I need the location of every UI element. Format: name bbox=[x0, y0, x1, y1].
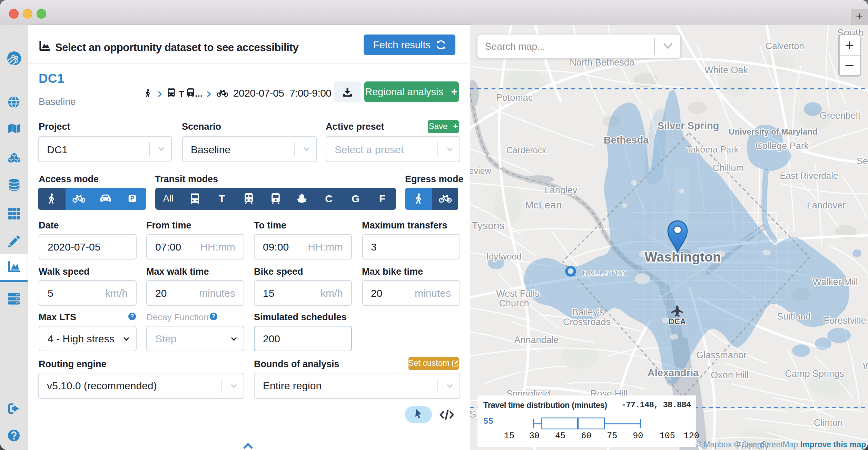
svg-text:Forestville: Forestville bbox=[823, 315, 866, 326]
svg-text:Oxon Hill: Oxon Hill bbox=[710, 370, 748, 380]
svg-text:Suitland: Suitland bbox=[777, 311, 810, 322]
svg-text:Church: Church bbox=[499, 298, 529, 309]
svg-text:Annandale: Annandale bbox=[514, 335, 558, 345]
svg-text:Takoma Park: Takoma Park bbox=[686, 144, 739, 155]
svg-text:W: W bbox=[862, 361, 868, 371]
svg-text:Camp Springs: Camp Springs bbox=[785, 369, 844, 379]
svg-text:P: P bbox=[130, 195, 135, 202]
svg-text:Idylwood: Idylwood bbox=[486, 251, 522, 262]
svg-text:University of Maryland: University of Maryland bbox=[728, 127, 817, 136]
svg-text:Tysons: Tysons bbox=[471, 220, 504, 231]
svg-text:West Falls: West Falls bbox=[496, 288, 539, 299]
svg-text:Chillum: Chillum bbox=[712, 163, 743, 173]
svg-text:Calverton: Calverton bbox=[765, 41, 803, 51]
svg-text:McLean: McLean bbox=[525, 199, 562, 211]
svg-text:Greenbelt: Greenbelt bbox=[819, 110, 860, 121]
svg-text:Carderock: Carderock bbox=[506, 145, 546, 155]
svg-text:Langley: Langley bbox=[544, 185, 577, 195]
svg-text:Sea: Sea bbox=[856, 156, 868, 166]
svg-text:Walker Mill: Walker Mill bbox=[812, 277, 858, 287]
svg-text:S: S bbox=[470, 408, 476, 420]
svg-text:Silver Spring: Silver Spring bbox=[657, 120, 719, 131]
svg-text:Bethesda: Bethesda bbox=[603, 135, 649, 146]
svg-text:Clinton: Clinton bbox=[813, 418, 842, 428]
svg-text:North Bethesda: North Bethesda bbox=[569, 57, 634, 68]
svg-text:College Park: College Park bbox=[755, 141, 809, 151]
svg-text:Potomac: Potomac bbox=[496, 92, 533, 103]
svg-text:elleview: elleview bbox=[470, 166, 491, 176]
svg-text:East Riverdale: East Riverdale bbox=[779, 170, 838, 181]
svg-text:Crossroads: Crossroads bbox=[563, 317, 610, 327]
svg-text:Glassmanor: Glassmanor bbox=[696, 350, 746, 360]
svg-text:Bailey’s: Bailey’s bbox=[572, 307, 604, 317]
svg-text:White Oak: White Oak bbox=[704, 65, 748, 75]
svg-text:DCA: DCA bbox=[668, 317, 685, 326]
svg-text:BALLSTON: BALLSTON bbox=[582, 269, 628, 277]
svg-text:Alexandria: Alexandria bbox=[647, 367, 699, 378]
svg-text:Landover: Landover bbox=[807, 200, 846, 211]
